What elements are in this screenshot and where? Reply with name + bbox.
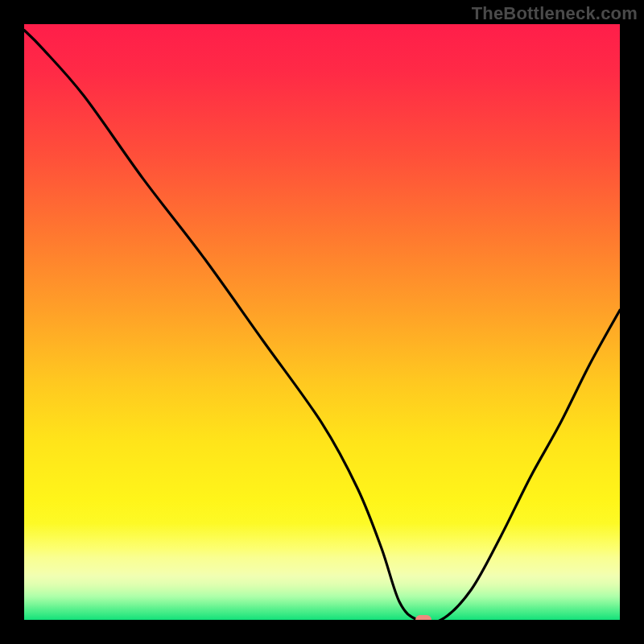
optimal-marker: [415, 615, 431, 620]
chart-frame: TheBottleneck.com: [0, 0, 644, 644]
attribution-text: TheBottleneck.com: [472, 3, 638, 24]
curve-svg: [24, 24, 620, 620]
bottleneck-curve-path: [24, 30, 620, 620]
plot-area: [24, 24, 620, 620]
